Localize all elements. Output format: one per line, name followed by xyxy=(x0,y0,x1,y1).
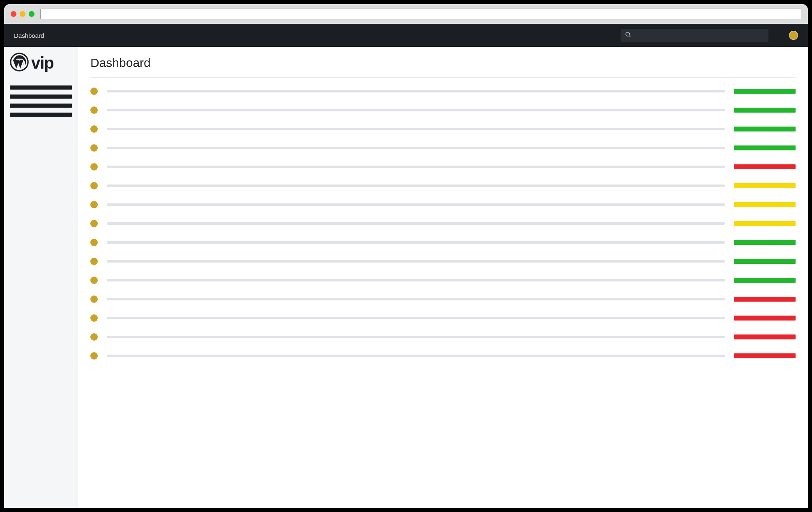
item-bullet-icon xyxy=(90,125,98,133)
item-bullet-icon xyxy=(90,182,98,189)
status-badge xyxy=(734,221,796,226)
item-title-placeholder xyxy=(107,147,725,149)
list-item[interactable] xyxy=(90,352,796,360)
list-item[interactable] xyxy=(90,333,796,341)
item-title-placeholder xyxy=(107,109,725,111)
item-title-placeholder xyxy=(107,241,725,244)
svg-point-0 xyxy=(626,32,630,36)
status-badge xyxy=(734,259,796,264)
status-badge xyxy=(734,108,796,113)
list-item[interactable] xyxy=(90,258,796,265)
item-bullet-icon xyxy=(90,352,98,360)
item-bullet-icon xyxy=(90,88,98,95)
list-item[interactable] xyxy=(90,277,796,284)
status-badge xyxy=(734,353,796,358)
logo-text: vip xyxy=(31,54,54,72)
sidebar-item[interactable] xyxy=(10,104,72,108)
page-title: Dashboard xyxy=(90,56,796,78)
sidebar: vip xyxy=(4,47,78,508)
list-item[interactable] xyxy=(90,239,796,246)
status-badge xyxy=(734,334,796,339)
browser-window: Dashboard vip xyxy=(4,4,808,508)
zoom-dot[interactable] xyxy=(29,11,35,17)
list-item[interactable] xyxy=(90,201,796,208)
close-dot[interactable] xyxy=(11,11,16,17)
item-title-placeholder xyxy=(107,260,725,263)
item-title-placeholder xyxy=(107,336,725,338)
status-badge xyxy=(734,89,796,94)
item-title-placeholder xyxy=(107,279,725,281)
list-item[interactable] xyxy=(90,125,796,133)
main-content: Dashboard xyxy=(78,47,808,508)
list-item[interactable] xyxy=(90,88,796,95)
search-icon xyxy=(625,31,631,39)
status-badge xyxy=(734,297,796,302)
status-badge xyxy=(734,278,796,283)
list-item[interactable] xyxy=(90,144,796,152)
svg-line-1 xyxy=(629,36,630,37)
list-item[interactable] xyxy=(90,106,796,114)
top-bar: Dashboard xyxy=(4,24,808,47)
status-badge xyxy=(734,316,796,321)
list-item[interactable] xyxy=(90,182,796,189)
status-badge xyxy=(734,145,796,150)
search-box[interactable] xyxy=(621,29,768,42)
status-badge xyxy=(734,240,796,245)
item-bullet-icon xyxy=(90,163,98,171)
item-bullet-icon xyxy=(90,258,98,265)
item-list xyxy=(90,88,796,360)
item-bullet-icon xyxy=(90,144,98,152)
app-body: vip Dashboard xyxy=(4,47,808,508)
window-controls xyxy=(11,11,35,17)
item-bullet-icon xyxy=(90,277,98,284)
item-title-placeholder xyxy=(107,203,725,206)
breadcrumb[interactable]: Dashboard xyxy=(14,32,44,39)
item-bullet-icon xyxy=(90,220,98,227)
item-title-placeholder xyxy=(107,317,725,319)
item-title-placeholder xyxy=(107,222,725,225)
item-title-placeholder xyxy=(107,90,725,92)
search-input[interactable] xyxy=(635,32,764,39)
status-badge xyxy=(734,164,796,169)
wordpress-icon xyxy=(10,53,29,73)
status-badge xyxy=(734,183,796,188)
list-item[interactable] xyxy=(90,314,796,322)
item-bullet-icon xyxy=(90,106,98,114)
item-bullet-icon xyxy=(90,201,98,208)
minimize-dot[interactable] xyxy=(20,11,25,17)
list-item[interactable] xyxy=(90,295,796,303)
item-bullet-icon xyxy=(90,295,98,303)
sidebar-menu xyxy=(10,85,72,117)
item-title-placeholder xyxy=(107,166,725,168)
item-bullet-icon xyxy=(90,314,98,322)
list-item[interactable] xyxy=(90,220,796,227)
status-badge xyxy=(734,202,796,207)
item-title-placeholder xyxy=(107,355,725,357)
item-bullet-icon xyxy=(90,333,98,341)
list-item[interactable] xyxy=(90,163,796,171)
item-bullet-icon xyxy=(90,239,98,246)
item-title-placeholder xyxy=(107,128,725,130)
sidebar-item[interactable] xyxy=(10,85,72,90)
avatar[interactable] xyxy=(789,31,798,40)
logo[interactable]: vip xyxy=(10,53,72,73)
status-badge xyxy=(734,127,796,131)
sidebar-item[interactable] xyxy=(10,95,72,99)
sidebar-item[interactable] xyxy=(10,113,72,117)
item-title-placeholder xyxy=(107,298,725,300)
address-bar[interactable] xyxy=(40,9,801,19)
browser-chrome xyxy=(4,4,808,24)
item-title-placeholder xyxy=(107,185,725,187)
